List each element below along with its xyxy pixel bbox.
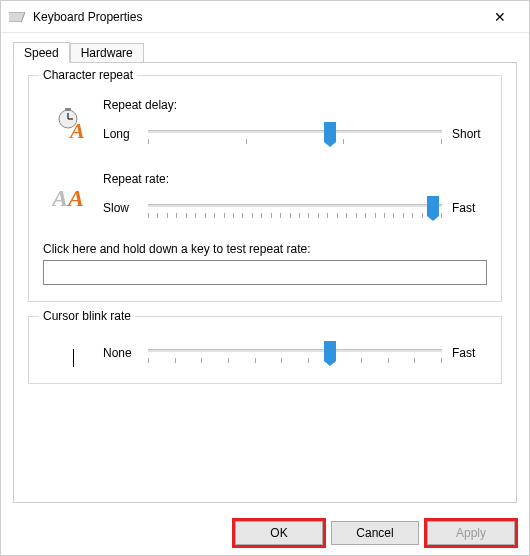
svg-text:A: A: [68, 118, 85, 140]
repeat-delay-slider[interactable]: [148, 120, 442, 148]
titlebar: Keyboard Properties ✕: [1, 1, 529, 33]
repeat-rate-max: Fast: [442, 201, 487, 215]
cursor-blink-legend: Cursor blink rate: [39, 309, 135, 323]
cursor-blink-max: Fast: [442, 346, 487, 360]
repeat-rate-slider[interactable]: [148, 194, 442, 222]
keyboard-icon: [9, 9, 25, 25]
repeat-rate-min: Slow: [103, 201, 148, 215]
repeat-delay-icon: A: [43, 98, 103, 140]
repeat-delay-min: Long: [103, 127, 148, 141]
tab-speed[interactable]: Speed: [13, 42, 70, 63]
tab-strip: Speed Hardware: [13, 41, 517, 63]
cursor-blink-group: Cursor blink rate None: [28, 316, 502, 384]
repeat-rate-thumb[interactable]: [427, 196, 439, 216]
repeat-delay-row: A Repeat delay: Long Short: [43, 98, 487, 148]
keyboard-properties-dialog: Keyboard Properties ✕ Speed Hardware Cha…: [0, 0, 530, 556]
cursor-blink-min: None: [103, 346, 148, 360]
cancel-button[interactable]: Cancel: [331, 521, 419, 545]
test-label: Click here and hold down a key to test r…: [43, 242, 487, 256]
test-input[interactable]: [43, 260, 487, 285]
content: Speed Hardware Character repeat A: [1, 33, 529, 511]
cursor-blink-thumb[interactable]: [324, 341, 336, 361]
repeat-rate-label: Repeat rate:: [103, 172, 487, 186]
repeat-delay-thumb[interactable]: [324, 122, 336, 142]
svg-text:A: A: [52, 185, 68, 210]
repeat-rate-icon: A A: [43, 172, 103, 210]
cursor-preview-icon: [43, 339, 103, 367]
dialog-buttons: OK Cancel Apply: [1, 511, 529, 555]
svg-rect-0: [9, 12, 25, 22]
tab-panel: Character repeat A Repeat delay:: [13, 62, 517, 503]
character-repeat-group: Character repeat A Repeat delay:: [28, 75, 502, 302]
repeat-delay-max: Short: [442, 127, 487, 141]
repeat-rate-row: A A Repeat rate: Slow: [43, 172, 487, 222]
cursor-blink-slider[interactable]: [148, 339, 442, 367]
repeat-delay-label: Repeat delay:: [103, 98, 487, 112]
character-repeat-legend: Character repeat: [39, 68, 137, 82]
ok-button[interactable]: OK: [235, 521, 323, 545]
apply-button[interactable]: Apply: [427, 521, 515, 545]
svg-text:A: A: [66, 185, 84, 210]
cursor-blink-row: None Fast: [43, 339, 487, 367]
tab-hardware[interactable]: Hardware: [70, 43, 144, 63]
svg-rect-4: [65, 108, 71, 111]
close-button[interactable]: ✕: [479, 1, 521, 33]
window-title: Keyboard Properties: [33, 10, 142, 24]
